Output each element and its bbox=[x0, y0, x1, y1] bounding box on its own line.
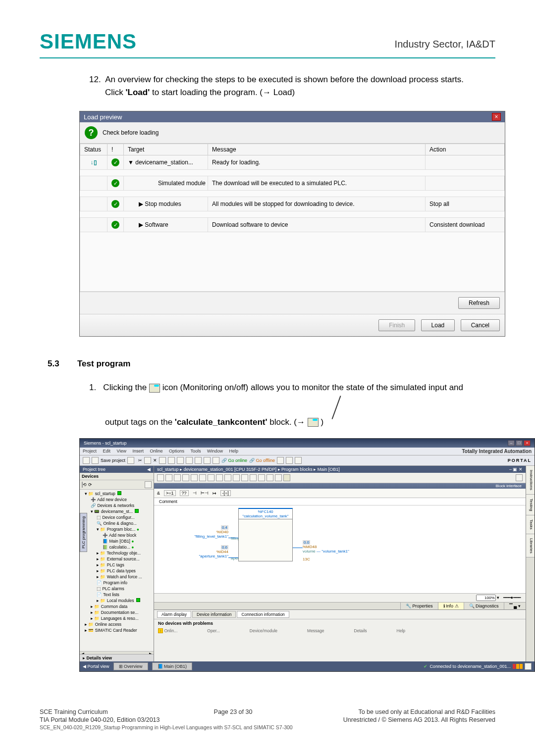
toolbar-icon[interactable] bbox=[82, 482, 83, 488]
toolbar-icon[interactable] bbox=[233, 474, 240, 481]
toolbar-icon[interactable] bbox=[144, 457, 151, 464]
ok-check-icon: ✓ bbox=[111, 221, 119, 229]
status-icon[interactable] bbox=[525, 663, 532, 670]
tab-instructions[interactable]: Instructions bbox=[526, 466, 535, 495]
toolbar-icon[interactable] bbox=[208, 474, 214, 481]
tab-connection-information[interactable]: Connection information bbox=[237, 611, 289, 618]
load-preview-title: Load preview bbox=[84, 113, 122, 121]
menu-view[interactable]: View bbox=[117, 449, 126, 454]
go-online-button[interactable]: 🔗 Go online bbox=[221, 458, 247, 463]
comment-label: Comment bbox=[154, 498, 526, 505]
menu-insert[interactable]: Insert bbox=[132, 449, 144, 454]
ok-check-icon: ✓ bbox=[111, 179, 119, 187]
toolbar-icon[interactable] bbox=[168, 457, 175, 464]
status-tab-main[interactable]: 📘 Main (OB1) bbox=[152, 662, 193, 670]
toolbar-icon[interactable] bbox=[258, 474, 265, 481]
portal-label: PORTAL bbox=[508, 458, 532, 463]
menu-project[interactable]: Project bbox=[83, 449, 97, 454]
toolbar-icon[interactable] bbox=[213, 457, 219, 464]
menu-edit[interactable]: Edit bbox=[103, 449, 111, 454]
header-sector: Industry Sector, IA&DT bbox=[395, 39, 495, 50]
menu-online[interactable]: Online bbox=[150, 449, 162, 454]
breadcrumb: scl_startup ▸ devicename_station_001 [CP… bbox=[157, 467, 340, 472]
ok-check-icon: ✓ bbox=[111, 158, 119, 166]
panel-controls[interactable]: – ▣ ✕ bbox=[509, 467, 523, 472]
toolbar-icon[interactable] bbox=[275, 474, 282, 481]
tia-portal-window: Siemens - scl_startup – □ × Project Edit… bbox=[79, 438, 535, 672]
download-status-icon: ↓▯ bbox=[91, 159, 97, 166]
tab-alarm-display[interactable]: Alarm display bbox=[157, 611, 191, 618]
toolbar-icon[interactable] bbox=[250, 474, 257, 481]
toolbar-icon[interactable] bbox=[174, 474, 181, 481]
minimize-icon[interactable]: – bbox=[508, 440, 515, 446]
toolbar-icon[interactable] bbox=[177, 457, 184, 464]
toolbar-icon[interactable] bbox=[159, 457, 166, 464]
ok-check-icon: ✓ bbox=[111, 200, 119, 208]
step-12-text-line2: Click 'Load' to start loading the progra… bbox=[105, 86, 485, 99]
block-interface-header: Block interface bbox=[154, 483, 526, 489]
fbd-canvas[interactable]: %FC140 "calculation_volume_tank" 0.4 %ID… bbox=[154, 505, 526, 593]
toolbar-icon[interactable] bbox=[145, 481, 152, 488]
toolbar-icon[interactable] bbox=[204, 457, 211, 464]
toolbar-icon[interactable] bbox=[83, 457, 90, 464]
finish-button: Finish bbox=[378, 319, 415, 331]
panel-collapse-icon[interactable]: ◀ bbox=[147, 467, 151, 472]
devices-label: Devices bbox=[82, 474, 99, 479]
close-icon[interactable]: × bbox=[524, 440, 531, 446]
menu-tools[interactable]: Tools bbox=[190, 449, 201, 454]
tab-device-information[interactable]: Device information bbox=[192, 611, 236, 618]
save-project-button[interactable]: Save project bbox=[101, 458, 125, 463]
close-icon[interactable]: × bbox=[492, 113, 501, 121]
tab-diagnostics[interactable]: 🔍 Diagnostics bbox=[464, 603, 504, 609]
cancel-button[interactable]: Cancel bbox=[461, 319, 500, 331]
menu-options[interactable]: Options bbox=[169, 449, 184, 454]
table-row: ↓▯ ✓ ▼ devicename_station... Ready for l… bbox=[80, 155, 505, 170]
tia-branding: Totally Integrated Automation bbox=[462, 449, 532, 454]
sidebar-tab-plc-programming[interactable]: PLC programming bbox=[80, 513, 87, 552]
menu-help[interactable]: Help bbox=[229, 449, 238, 454]
toolbar-icon[interactable] bbox=[216, 474, 223, 481]
panel-controls-icon[interactable]: ▔ ▄ ▾ bbox=[504, 603, 526, 609]
toolbar-icon[interactable] bbox=[199, 474, 206, 481]
toolbar-icon[interactable] bbox=[195, 457, 202, 464]
toolbar-icon[interactable] bbox=[92, 457, 99, 464]
header-divider bbox=[40, 57, 495, 58]
toolbar-icon[interactable] bbox=[295, 457, 302, 464]
toolbar-icon[interactable] bbox=[241, 474, 248, 481]
toolbar-icon[interactable] bbox=[224, 474, 231, 481]
go-offline-button[interactable]: 🔗 Go offline bbox=[249, 458, 275, 463]
portal-view-button[interactable]: Portal view bbox=[88, 664, 109, 669]
tab-testing[interactable]: Testing bbox=[526, 495, 535, 515]
tab-info[interactable]: ℹ Info ⚠ bbox=[438, 603, 464, 609]
toolbar-icon[interactable] bbox=[516, 474, 523, 481]
question-icon: ? bbox=[85, 126, 98, 139]
toolbar-icon[interactable] bbox=[127, 457, 134, 464]
table-row: ✓ ▶ Software Download software to device… bbox=[80, 218, 505, 232]
col-action: Action bbox=[426, 144, 505, 155]
monitoring-toggle-icon[interactable] bbox=[283, 474, 290, 481]
toolbar-icon[interactable] bbox=[157, 474, 164, 481]
menu-window[interactable]: Window bbox=[207, 449, 223, 454]
maximize-icon[interactable]: □ bbox=[516, 440, 523, 446]
zoom-input[interactable] bbox=[476, 595, 496, 601]
tab-libraries[interactable]: Libraries bbox=[526, 534, 535, 558]
toolbar-icon[interactable] bbox=[277, 457, 284, 464]
toolbar-icon[interactable] bbox=[182, 474, 189, 481]
toolbar-icon[interactable] bbox=[191, 474, 198, 481]
table-row: ✓ Simulated module The download will be … bbox=[80, 176, 505, 191]
refresh-button[interactable]: Refresh bbox=[458, 297, 500, 309]
toolbar-icon[interactable] bbox=[165, 474, 172, 481]
project-tree-title: Project tree bbox=[83, 467, 106, 472]
toolbar-icon[interactable] bbox=[267, 474, 273, 481]
toolbar-icon[interactable] bbox=[186, 457, 193, 464]
project-tree[interactable]: ▾ 📁 scl_startup ➕ Add new device 🔗 Devic… bbox=[80, 490, 154, 651]
toolbar-icon[interactable] bbox=[286, 457, 293, 464]
details-view-header[interactable]: Details view bbox=[87, 655, 112, 660]
load-button[interactable]: Load bbox=[421, 319, 455, 331]
status-tab-overview[interactable]: ⊞ Overview bbox=[113, 662, 148, 670]
tab-properties[interactable]: 🔧 Properties bbox=[400, 603, 438, 609]
section-5-3-heading: 5.3Test program bbox=[48, 359, 495, 369]
col-status: Status bbox=[80, 144, 107, 155]
tab-tasks[interactable]: Tasks bbox=[526, 515, 535, 534]
info-panel: Alarm display Device information Connect… bbox=[154, 609, 526, 662]
